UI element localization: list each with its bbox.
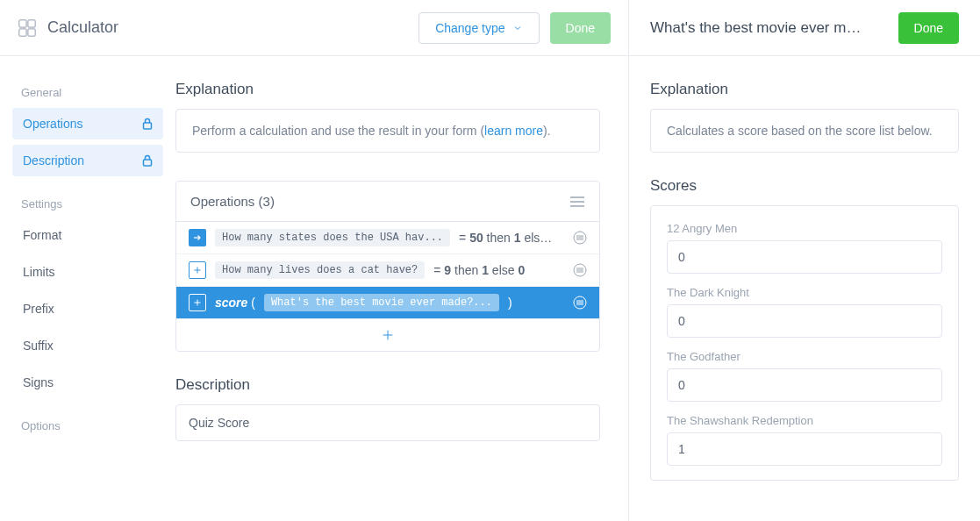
operation-row[interactable]: How many lives does a cat have?= 9 then … [176, 253, 599, 286]
operation-expression: = 9 then 1 else 0 [433, 263, 525, 277]
score-input[interactable] [667, 304, 942, 338]
page-title: Calculator [18, 18, 118, 38]
explanation-heading: Explanation [175, 81, 600, 98]
svg-rect-1 [28, 19, 35, 26]
drag-handle-icon[interactable] [573, 231, 587, 245]
operation-expression: = 50 then 1 els… [459, 231, 552, 245]
sidebar-group-title: Settings [12, 192, 163, 219]
description-input[interactable] [175, 404, 600, 441]
sidebar-item-description[interactable]: Description [12, 145, 163, 176]
operation-suffix: ) [508, 296, 512, 310]
score-label: 12 Angry Men [667, 222, 942, 235]
right-explanation-heading: Explanation [650, 81, 959, 98]
operation-chip: How many lives does a cat have? [215, 261, 425, 279]
operation-chip: What's the best movie ever made?... [264, 294, 499, 311]
operation-prefix: score ( [215, 296, 255, 310]
operation-row[interactable]: score (What's the best movie ever made?.… [176, 286, 599, 318]
svg-rect-4 [144, 123, 152, 129]
sidebar-item-label: Operations [23, 117, 82, 131]
calculator-icon [18, 18, 37, 38]
sidebar-item-label: Format [23, 228, 61, 242]
right-header: What's the best movie ever m… Done [629, 0, 980, 56]
page-title-text: Calculator [47, 18, 118, 37]
svg-rect-0 [19, 19, 26, 26]
sidebar-item-label: Limits [23, 265, 55, 279]
sidebar-item-operations[interactable]: Operations [12, 108, 163, 139]
left-header: Calculator Change type Done [0, 0, 628, 56]
lock-icon [142, 118, 153, 130]
plus-icon [189, 261, 206, 279]
sidebar-item-label: Description [23, 153, 84, 168]
explanation-box: Perform a calculation and use the result… [175, 109, 600, 153]
done-button-right[interactable]: Done [898, 12, 959, 44]
description-heading: Description [175, 376, 600, 394]
lock-icon [142, 154, 153, 167]
sidebar-item-label: Signs [23, 375, 54, 389]
score-label: The Dark Knight [667, 286, 942, 299]
operation-row[interactable]: How many states does the USA hav...= 50 … [176, 222, 599, 253]
sidebar-item-prefix[interactable]: Prefix [12, 293, 163, 325]
score-input[interactable] [667, 368, 942, 402]
learn-more-link[interactable]: learn more [484, 124, 543, 138]
svg-rect-3 [28, 28, 35, 35]
score-input[interactable] [667, 240, 942, 274]
arrow-icon [189, 229, 206, 246]
sidebar-group-title: Options [12, 414, 163, 441]
svg-rect-5 [144, 160, 152, 166]
sidebar-item-limits[interactable]: Limits [12, 256, 163, 288]
done-button-left[interactable]: Done [550, 12, 611, 44]
sidebar: GeneralOperationsDescriptionSettingsForm… [0, 56, 175, 521]
scores-heading: Scores [650, 177, 959, 195]
scores-card: 12 Angry MenThe Dark KnightThe Godfather… [650, 205, 959, 481]
right-panel-title: What's the best movie ever m… [650, 19, 884, 37]
sidebar-item-signs[interactable]: Signs [12, 367, 163, 398]
change-type-button[interactable]: Change type [418, 12, 539, 44]
drag-handle-icon[interactable] [573, 263, 587, 277]
sidebar-item-format[interactable]: Format [12, 219, 163, 251]
right-explanation-box: Calculates a score based on the score li… [650, 109, 959, 153]
plus-icon [189, 294, 206, 311]
sidebar-item-label: Prefix [23, 302, 54, 316]
operations-menu-icon[interactable] [569, 196, 585, 208]
chevron-down-icon [512, 23, 523, 33]
sidebar-group-title: General [12, 81, 163, 108]
operation-chip: How many states does the USA hav... [215, 229, 450, 246]
score-input[interactable] [667, 432, 942, 466]
score-label: The Godfather [667, 350, 942, 363]
add-operation-button[interactable] [176, 318, 599, 351]
sidebar-item-label: Suffix [23, 339, 54, 353]
operations-card: Operations (3) How many states does the … [175, 181, 600, 352]
drag-handle-icon[interactable] [573, 296, 587, 310]
plus-icon [381, 328, 395, 342]
sidebar-item-suffix[interactable]: Suffix [12, 330, 163, 361]
operations-title: Operations (3) [190, 194, 275, 209]
svg-rect-2 [19, 28, 26, 35]
score-label: The Shawshank Redemption [667, 414, 942, 427]
